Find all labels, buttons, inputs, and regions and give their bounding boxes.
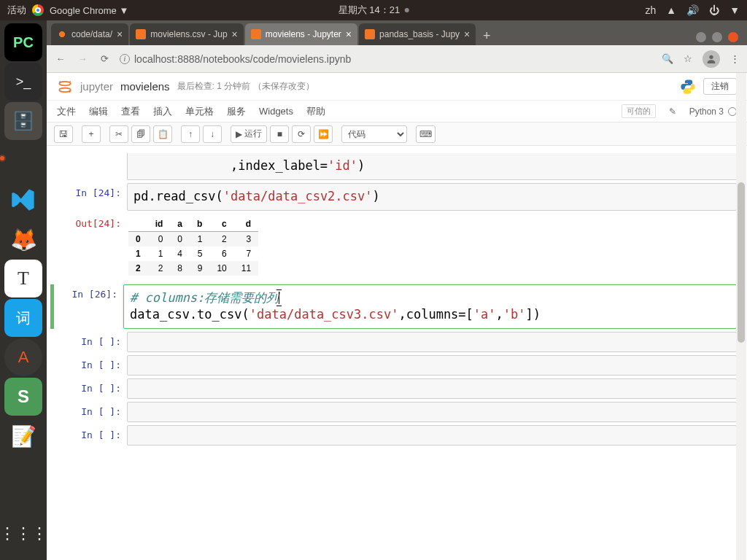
activities-label[interactable]: 活动: [7, 4, 26, 17]
menu-cell[interactable]: 单元格: [185, 105, 214, 118]
code-cell[interactable]: In [ ]:: [54, 332, 737, 352]
reload-button[interactable]: ⟳: [98, 52, 111, 66]
code-input-area[interactable]: [127, 425, 737, 446]
code-input-area[interactable]: [127, 332, 737, 352]
run-button[interactable]: ▶ ▶ 运行运行: [231, 125, 267, 143]
copy-button[interactable]: 🗐: [131, 125, 150, 143]
notebook-favicon-icon: [136, 29, 146, 39]
browser-tab[interactable]: movielens.csv - Jup ×: [130, 23, 244, 45]
maximize-button[interactable]: [712, 32, 722, 42]
launcher-chrome[interactable]: [4, 141, 42, 179]
close-icon[interactable]: ×: [346, 28, 352, 40]
code-cell[interactable]: In [ ]:: [54, 355, 737, 376]
network-icon[interactable]: ▲: [666, 4, 676, 16]
launcher-dict[interactable]: 词: [4, 299, 42, 337]
svg-point-2: [59, 88, 70, 92]
url-field[interactable]: i localhost:8888/notebooks/code/movielen…: [120, 53, 653, 65]
launcher-pycharm[interactable]: PC: [4, 23, 42, 61]
code-cell[interactable]: In [24]: pd.read_csv('data/data_csv2.csv…: [54, 183, 737, 211]
launcher-firefox[interactable]: 🦊: [4, 220, 42, 258]
jupyter-logo-icon[interactable]: [57, 79, 73, 95]
launcher-terminal[interactable]: >_: [4, 63, 42, 101]
menu-edit[interactable]: 编辑: [89, 105, 108, 118]
browser-tab[interactable]: pandas_basis - Jupy ×: [359, 23, 476, 45]
menu-file[interactable]: 文件: [57, 105, 76, 118]
code-cell-active[interactable]: In [26]: # columns:存储需要的列 data_csv.to_cs…: [50, 284, 737, 330]
launcher-text[interactable]: T: [4, 260, 42, 298]
code-input-area[interactable]: [127, 355, 737, 376]
launcher-updater[interactable]: A: [4, 338, 42, 376]
menu-kernel[interactable]: 服务: [227, 105, 246, 118]
site-info-icon[interactable]: i: [120, 54, 130, 64]
menu-widgets[interactable]: Widgets: [259, 106, 293, 117]
back-button[interactable]: ←: [54, 52, 67, 66]
code-cell[interactable]: ,index_label='id'): [54, 153, 737, 180]
kernel-indicator[interactable]: Python 3: [689, 106, 737, 117]
system-menu-icon[interactable]: ▼: [729, 4, 740, 16]
scrollbar-thumb[interactable]: [738, 182, 745, 343]
launcher-files[interactable]: 🗄️: [4, 102, 42, 140]
scrollbar-track[interactable]: [736, 73, 746, 560]
close-window-button[interactable]: [728, 32, 738, 42]
command-palette-button[interactable]: ⌨: [416, 125, 436, 143]
notebook-name[interactable]: movielens: [120, 80, 170, 93]
trusted-indicator[interactable]: 可信的: [622, 104, 656, 118]
output-prompt: Out[24]:: [54, 214, 127, 281]
code-input-area[interactable]: pd.read_csv('data/data_csv2.csv'): [127, 183, 737, 211]
forward-button: →: [76, 52, 89, 66]
tab-title: movielens.csv - Jup: [150, 29, 227, 39]
system-clock[interactable]: 星期六 14：21: [338, 4, 400, 17]
cell-type-select[interactable]: 代码: [341, 125, 407, 143]
code-cell[interactable]: In [ ]:: [54, 402, 737, 422]
python-logo-icon: [680, 79, 696, 95]
cut-button[interactable]: ✂: [109, 125, 128, 143]
logout-button[interactable]: 注销: [703, 78, 737, 95]
minimize-button[interactable]: [696, 32, 706, 42]
code-input-area[interactable]: ,index_label='id'): [127, 153, 737, 180]
output-cell: Out[24]: idabcd 000123 114567 22891011: [54, 214, 737, 281]
close-icon[interactable]: ×: [117, 28, 123, 40]
notebook-container[interactable]: ,index_label='id') In [24]: pd.read_csv(…: [47, 146, 747, 560]
active-app-label[interactable]: Google Chrome ▼: [50, 5, 128, 16]
launcher-apps-grid[interactable]: ⋮⋮⋮: [4, 515, 42, 553]
volume-icon[interactable]: 🔊: [686, 4, 699, 16]
code-input-area[interactable]: # columns:存储需要的列 data_csv.to_csv('data/d…: [123, 284, 737, 330]
chrome-menu-icon[interactable]: ⋮: [730, 53, 740, 64]
browser-tab[interactable]: code/data/ ×: [51, 23, 128, 45]
launcher-vscode[interactable]: [4, 181, 42, 219]
close-icon[interactable]: ×: [464, 28, 470, 40]
launcher-notes[interactable]: 📝: [4, 417, 42, 455]
add-cell-button[interactable]: +: [82, 125, 101, 143]
jupyter-favicon-icon: [57, 29, 67, 39]
save-button[interactable]: 🖫: [54, 125, 73, 143]
search-icon[interactable]: 🔍: [662, 53, 673, 64]
code-input-area[interactable]: [127, 402, 737, 422]
interrupt-button[interactable]: ■: [270, 125, 289, 143]
move-up-button[interactable]: ↑: [181, 125, 200, 143]
code-cell[interactable]: In [ ]:: [54, 425, 737, 446]
address-bar: ← → ⟳ i localhost:8888/notebooks/code/mo…: [47, 45, 747, 73]
menu-insert[interactable]: 插入: [153, 105, 172, 118]
jupyter-header: jupyter movielens 最后检查: 1 分钟前 （未保存改变） 注销: [47, 73, 747, 101]
tab-title: movielens - Jupyter: [266, 29, 341, 39]
svg-point-4: [69, 90, 71, 92]
input-method-indicator[interactable]: zh: [645, 4, 656, 16]
bookmark-icon[interactable]: ☆: [684, 53, 692, 64]
code-cell[interactable]: In [ ]:: [54, 378, 737, 399]
notebook-favicon-icon: [365, 29, 375, 39]
code-input-area[interactable]: [127, 378, 737, 399]
launcher-wps[interactable]: S: [4, 378, 42, 416]
browser-tab-active[interactable]: movielens - Jupyter ×: [245, 23, 357, 45]
paste-button[interactable]: 📋: [153, 125, 172, 143]
close-icon[interactable]: ×: [232, 28, 238, 40]
restart-run-all-button[interactable]: ⏩: [314, 125, 333, 143]
new-tab-button[interactable]: +: [477, 26, 496, 45]
menu-help[interactable]: 帮助: [306, 105, 325, 118]
power-icon[interactable]: ⏻: [709, 4, 719, 16]
menu-view[interactable]: 查看: [121, 105, 140, 118]
profile-avatar[interactable]: [703, 50, 720, 68]
restart-button[interactable]: ⟳: [292, 125, 311, 143]
system-top-bar: 活动 Google Chrome ▼ 星期六 14：21 zh ▲ 🔊 ⏻ ▼: [0, 0, 747, 20]
move-down-button[interactable]: ↓: [203, 125, 222, 143]
chrome-window: code/data/ × movielens.csv - Jup × movie…: [47, 20, 747, 560]
